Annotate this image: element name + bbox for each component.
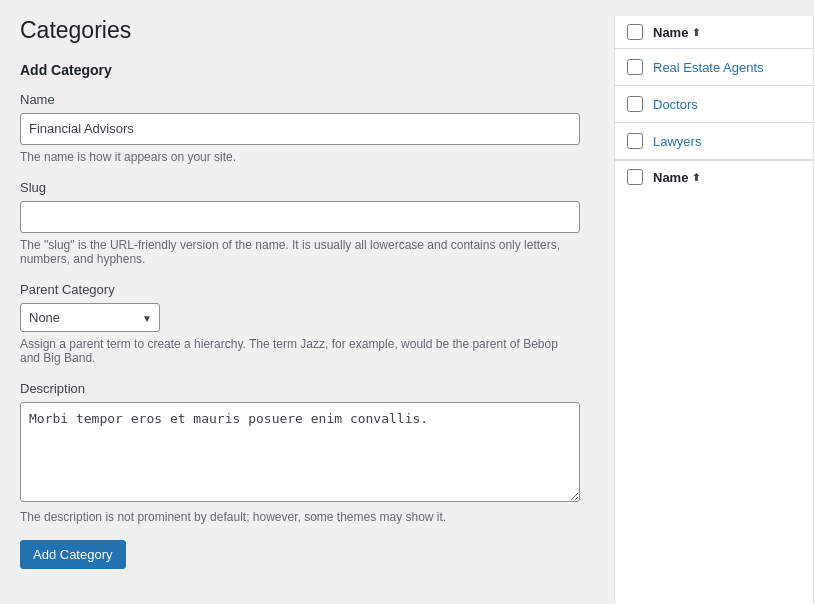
select-all-checkbox[interactable] <box>627 24 643 40</box>
table-footer-name: Name <box>653 170 688 185</box>
parent-select-wrapper: None ▼ <box>20 303 160 332</box>
description-textarea[interactable]: Morbi tempor eros et mauris posuere enim… <box>20 402 580 502</box>
sort-footer-icon: ⬆ <box>692 172 700 183</box>
add-category-button[interactable]: Add Category <box>20 540 126 569</box>
name-group: Name The name is how it appears on your … <box>20 92 594 164</box>
row-checkbox-2[interactable] <box>627 96 643 112</box>
name-hint: The name is how it appears on your site. <box>20 150 580 164</box>
category-link-real-estate-agents[interactable]: Real Estate Agents <box>653 60 764 75</box>
page-title: Categories <box>20 16 594 46</box>
parent-label: Parent Category <box>20 282 594 297</box>
select-all-footer-checkbox[interactable] <box>627 169 643 185</box>
parent-group: Parent Category None ▼ Assign a parent t… <box>20 282 594 365</box>
name-input[interactable] <box>20 113 580 145</box>
description-hint: The description is not prominent by defa… <box>20 510 580 524</box>
slug-group: Slug The "slug" is the URL-friendly vers… <box>20 180 594 266</box>
row-checkbox-3[interactable] <box>627 133 643 149</box>
table-header: Name ⬆ <box>615 16 813 49</box>
slug-label: Slug <box>20 180 594 195</box>
categories-table: Name ⬆ Real Estate Agents Doctors Lawyer… <box>614 16 814 604</box>
list-item: Lawyers <box>615 123 813 160</box>
page-wrapper: Categories Add Category Name The name is… <box>0 0 814 604</box>
list-item: Doctors <box>615 86 813 123</box>
table-footer: Name ⬆ <box>615 160 813 193</box>
slug-hint: The "slug" is the URL-friendly version o… <box>20 238 580 266</box>
row-checkbox-1[interactable] <box>627 59 643 75</box>
description-group: Description Morbi tempor eros et mauris … <box>20 381 594 524</box>
sort-icon: ⬆ <box>692 27 700 38</box>
category-link-doctors[interactable]: Doctors <box>653 97 698 112</box>
section-title: Add Category <box>20 62 594 78</box>
list-item: Real Estate Agents <box>615 49 813 86</box>
parent-hint: Assign a parent term to create a hierarc… <box>20 337 580 365</box>
left-column: Categories Add Category Name The name is… <box>0 16 614 604</box>
name-label: Name <box>20 92 594 107</box>
parent-select[interactable]: None <box>20 303 160 332</box>
description-label: Description <box>20 381 594 396</box>
table-header-name: Name <box>653 25 688 40</box>
table-footer-label: Name ⬆ <box>653 170 700 185</box>
table-header-label: Name ⬆ <box>653 25 700 40</box>
category-link-lawyers[interactable]: Lawyers <box>653 134 701 149</box>
slug-input[interactable] <box>20 201 580 233</box>
